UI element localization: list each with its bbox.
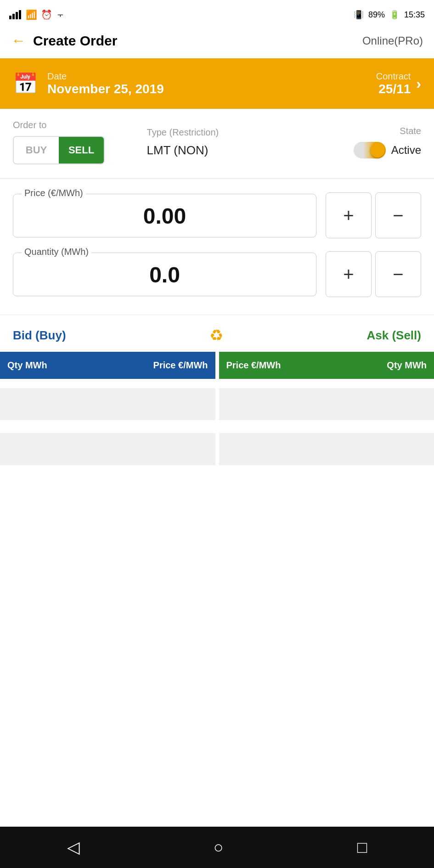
connection-status: Online(PRo) [362,34,423,47]
order-controls: Order to BUY SELL Type (Restriction) LMT… [0,109,434,179]
contract-value: 25/11 [376,82,411,96]
ask-price-header: Price €/MWh [219,352,327,379]
ask-qty-unit: MWh [405,360,427,370]
row-separator [215,429,219,469]
bid-row-1 [0,388,215,420]
state-toggle-row: Active [296,142,421,158]
contract-info: Contract 25/11 [376,71,411,96]
quantity-increment-button[interactable]: + [326,251,372,297]
state-label: State [296,126,421,136]
state-section: State Active [296,126,421,158]
vibrate-icon: 📳 [354,10,364,20]
sell-button[interactable]: SELL [59,137,104,163]
battery-percent: 89% [368,10,385,20]
ask-row-1 [219,388,434,420]
nav-recent-button[interactable]: □ [357,838,367,857]
wifi-icon: 📶 [26,9,37,20]
row-separator [215,384,219,424]
type-value: LMT (NON) [147,143,297,158]
date-banner: 📅 Date November 25, 2019 Contract 25/11 … [0,58,434,109]
quantity-stepper: + − [326,251,421,297]
bid-label: Bid (Buy) [13,328,66,343]
alarm-icon: ⏰ [41,9,52,20]
bid-price-unit: €/MWh [178,360,208,370]
nav-back-button[interactable]: ◁ [67,838,80,857]
ask-row-2 [219,433,434,465]
price-increment-button[interactable]: + [326,192,372,238]
price-field[interactable]: Price (€/MWh) 0.00 [13,194,316,237]
usb-icon: ⫟ [56,10,65,20]
buy-sell-toggle[interactable]: BUY SELL [13,136,105,164]
price-value: 0.00 [24,203,305,229]
table-separator [215,352,219,379]
table-body [0,384,434,469]
header: ← Create Order Online(PRo) [0,28,434,58]
page-title: Create Order [33,33,117,49]
ask-price-unit: €/MWh [251,360,281,370]
battery-icon: 🔋 [389,10,400,20]
bid-table-header: Qty MWh Price €/MWh [0,352,215,379]
table-header: Qty MWh Price €/MWh Price €/MWh Qty MWh [0,352,434,379]
chevron-right-icon: › [416,75,421,92]
bid-price-bold: Price [153,360,176,370]
quantity-value: 0.0 [24,262,305,287]
status-bar: 📶 ⏰ ⫟ 📳 89% 🔋 15:35 [0,0,434,28]
status-left: 📶 ⏰ ⫟ [9,9,65,20]
date-value: November 25, 2019 [47,82,367,96]
ask-price-bold: Price [226,360,249,370]
refresh-icon[interactable]: ♻ [209,326,223,344]
quantity-label: Quantity (MWh) [22,247,91,257]
bid-price-header: Price €/MWh [107,352,215,379]
state-toggle[interactable] [354,142,386,158]
clock: 15:35 [404,10,425,20]
order-to-section: Order to BUY SELL [13,120,138,164]
back-button[interactable]: ← [11,32,26,49]
price-stepper: + − [326,192,421,238]
contract-label: Contract [376,71,411,82]
status-icons: 📶 ⏰ ⫟ [26,9,65,20]
toggle-thumb [370,143,385,158]
quantity-decrement-button[interactable]: − [375,251,421,297]
bid-qty-unit: MWh [25,360,47,370]
ask-qty-header: Qty MWh [327,352,434,379]
contract-section[interactable]: Contract 25/11 › [376,71,421,96]
header-left: ← Create Order [11,32,117,49]
ask-qty-bold: Qty [387,360,402,370]
price-section: Price (€/MWh) 0.00 + − Quantity (MWh) 0.… [0,179,434,315]
table-row [0,384,434,424]
date-section: Date November 25, 2019 [47,71,367,96]
table-row [0,429,434,469]
price-label: Price (€/MWh) [22,188,86,198]
type-label: Type (Restriction) [147,127,297,138]
ask-table-header: Price €/MWh Qty MWh [219,352,434,379]
type-section: Type (Restriction) LMT (NON) [138,127,297,158]
order-to-label: Order to [13,120,138,130]
bid-qty-header: Qty MWh [0,352,107,379]
price-decrement-button[interactable]: − [375,192,421,238]
buy-button[interactable]: BUY [14,137,59,163]
status-right: 📳 89% 🔋 15:35 [354,10,425,20]
signal-icon [9,10,21,19]
date-label: Date [47,71,367,82]
nav-bar: ◁ ○ □ [0,827,434,868]
calendar-icon: 📅 [13,72,38,96]
bid-ask-header: Bid (Buy) ♻ Ask (Sell) [0,315,434,352]
bid-qty-bold: Qty [7,360,23,370]
quantity-field[interactable]: Quantity (MWh) 0.0 [13,253,316,296]
ask-label: Ask (Sell) [366,328,421,343]
price-row: Price (€/MWh) 0.00 + − [13,192,421,238]
quantity-row: Quantity (MWh) 0.0 + − [13,251,421,297]
bid-row-2 [0,433,215,465]
nav-home-button[interactable]: ○ [214,838,224,857]
state-active-label: Active [391,144,421,157]
